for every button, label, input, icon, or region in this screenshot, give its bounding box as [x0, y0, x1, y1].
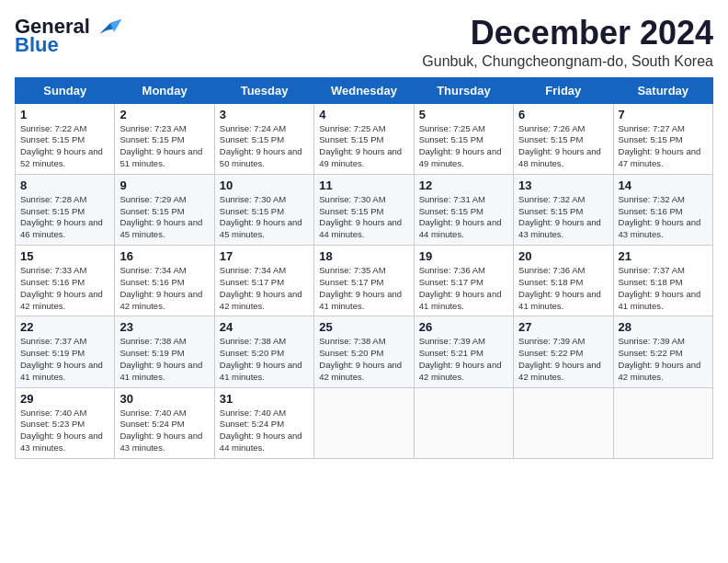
cell-text: Sunrise: 7:24 AMSunset: 5:15 PMDaylight:… [220, 123, 302, 168]
cell-text: Sunrise: 7:30 AMSunset: 5:15 PMDaylight:… [319, 194, 402, 239]
cell-text: Sunrise: 7:28 AMSunset: 5:15 PMDaylight:… [20, 194, 103, 239]
cell-text: Sunrise: 7:36 AMSunset: 5:17 PMDaylight:… [419, 265, 502, 310]
cell-text: Sunrise: 7:25 AMSunset: 5:15 PMDaylight:… [319, 123, 402, 168]
cell-text: Sunrise: 7:25 AMSunset: 5:15 PMDaylight:… [419, 123, 502, 168]
location-title: Gunbuk, Chungcheongnam-do, South Korea [422, 53, 713, 70]
calendar-week-row: 29 Sunrise: 7:40 AMSunset: 5:23 PMDaylig… [16, 387, 713, 458]
day-number: 24 [220, 320, 309, 334]
day-number: 22 [20, 320, 109, 334]
cell-text: Sunrise: 7:39 AMSunset: 5:22 PMDaylight:… [619, 336, 701, 381]
calendar-cell: 23 Sunrise: 7:38 AMSunset: 5:19 PMDaylig… [115, 316, 214, 387]
logo-blue: Blue [15, 33, 59, 57]
calendar-cell: 20 Sunrise: 7:36 AMSunset: 5:18 PMDaylig… [514, 246, 613, 316]
calendar-cell: 7 Sunrise: 7:27 AMSunset: 5:15 PMDayligh… [613, 103, 712, 174]
calendar-cell: 28 Sunrise: 7:39 AMSunset: 5:22 PMDaylig… [613, 316, 712, 387]
cell-text: Sunrise: 7:22 AMSunset: 5:15 PMDaylight:… [20, 123, 103, 168]
month-title: December 2024 [422, 15, 713, 52]
calendar-header: General Blue December 2024 Gunbuk, Chung… [15, 15, 713, 70]
day-number: 3 [220, 108, 309, 121]
calendar-cell: 11 Sunrise: 7:30 AMSunset: 5:15 PMDaylig… [314, 174, 414, 245]
day-number: 8 [20, 178, 109, 192]
calendar-cell: 1 Sunrise: 7:22 AMSunset: 5:15 PMDayligh… [16, 103, 115, 174]
cell-text: Sunrise: 7:33 AMSunset: 5:16 PMDaylight:… [20, 265, 103, 310]
calendar-week-row: 15 Sunrise: 7:33 AMSunset: 5:16 PMDaylig… [16, 246, 713, 316]
svg-marker-1 [110, 19, 121, 32]
calendar-week-row: 1 Sunrise: 7:22 AMSunset: 5:15 PMDayligh… [16, 103, 713, 174]
day-number: 30 [119, 392, 209, 406]
cell-text: Sunrise: 7:37 AMSunset: 5:19 PMDaylight:… [20, 336, 103, 381]
calendar-cell: 12 Sunrise: 7:31 AMSunset: 5:15 PMDaylig… [414, 174, 513, 245]
day-number: 19 [419, 249, 508, 263]
day-number: 28 [619, 320, 708, 334]
title-block: December 2024 Gunbuk, Chungcheongnam-do,… [422, 15, 713, 70]
day-number: 12 [419, 178, 508, 192]
weekday-header-monday: Monday [115, 77, 214, 103]
calendar-cell [314, 387, 414, 458]
cell-text: Sunrise: 7:29 AMSunset: 5:15 PMDaylight:… [119, 194, 202, 239]
calendar-week-row: 8 Sunrise: 7:28 AMSunset: 5:15 PMDayligh… [16, 174, 713, 245]
calendar-cell: 3 Sunrise: 7:24 AMSunset: 5:15 PMDayligh… [214, 103, 313, 174]
day-number: 7 [619, 108, 708, 121]
day-number: 14 [619, 178, 708, 192]
day-number: 16 [119, 249, 209, 263]
cell-text: Sunrise: 7:34 AMSunset: 5:17 PMDaylight:… [220, 265, 302, 310]
logo: General Blue [15, 15, 121, 57]
calendar-cell: 6 Sunrise: 7:26 AMSunset: 5:15 PMDayligh… [514, 103, 613, 174]
cell-text: Sunrise: 7:39 AMSunset: 5:21 PMDaylight:… [419, 336, 502, 381]
cell-text: Sunrise: 7:40 AMSunset: 5:23 PMDaylight:… [20, 408, 103, 453]
day-number: 5 [419, 108, 508, 121]
calendar-cell [414, 387, 513, 458]
day-number: 4 [319, 108, 408, 121]
calendar-cell [613, 387, 712, 458]
calendar-week-row: 22 Sunrise: 7:37 AMSunset: 5:19 PMDaylig… [16, 316, 713, 387]
cell-text: Sunrise: 7:32 AMSunset: 5:16 PMDaylight:… [619, 194, 701, 239]
cell-text: Sunrise: 7:40 AMSunset: 5:24 PMDaylight:… [220, 408, 302, 453]
day-number: 6 [518, 108, 608, 121]
day-number: 1 [20, 108, 109, 121]
cell-text: Sunrise: 7:31 AMSunset: 5:15 PMDaylight:… [419, 194, 502, 239]
day-number: 9 [119, 178, 209, 192]
cell-text: Sunrise: 7:34 AMSunset: 5:16 PMDaylight:… [119, 265, 202, 310]
cell-text: Sunrise: 7:26 AMSunset: 5:15 PMDaylight:… [518, 123, 601, 168]
calendar-cell: 31 Sunrise: 7:40 AMSunset: 5:24 PMDaylig… [214, 387, 313, 458]
calendar-cell: 21 Sunrise: 7:37 AMSunset: 5:18 PMDaylig… [613, 246, 712, 316]
day-number: 18 [319, 249, 408, 263]
weekday-header-saturday: Saturday [613, 77, 712, 103]
calendar-cell: 14 Sunrise: 7:32 AMSunset: 5:16 PMDaylig… [613, 174, 712, 245]
logo-bird-icon [92, 16, 121, 38]
day-number: 17 [220, 249, 309, 263]
cell-text: Sunrise: 7:37 AMSunset: 5:18 PMDaylight:… [619, 265, 701, 310]
day-number: 27 [518, 320, 608, 334]
weekday-header-thursday: Thursday [414, 77, 513, 103]
calendar-cell: 22 Sunrise: 7:37 AMSunset: 5:19 PMDaylig… [16, 316, 115, 387]
cell-text: Sunrise: 7:30 AMSunset: 5:15 PMDaylight:… [220, 194, 302, 239]
calendar-cell: 4 Sunrise: 7:25 AMSunset: 5:15 PMDayligh… [314, 103, 414, 174]
cell-text: Sunrise: 7:38 AMSunset: 5:20 PMDaylight:… [220, 336, 302, 381]
calendar-body: 1 Sunrise: 7:22 AMSunset: 5:15 PMDayligh… [16, 103, 713, 458]
cell-text: Sunrise: 7:36 AMSunset: 5:18 PMDaylight:… [518, 265, 601, 310]
day-number: 11 [319, 178, 408, 192]
cell-text: Sunrise: 7:32 AMSunset: 5:15 PMDaylight:… [518, 194, 601, 239]
calendar-cell: 19 Sunrise: 7:36 AMSunset: 5:17 PMDaylig… [414, 246, 513, 316]
calendar-cell: 16 Sunrise: 7:34 AMSunset: 5:16 PMDaylig… [115, 246, 214, 316]
day-number: 21 [619, 249, 708, 263]
calendar-cell: 18 Sunrise: 7:35 AMSunset: 5:17 PMDaylig… [314, 246, 414, 316]
cell-text: Sunrise: 7:23 AMSunset: 5:15 PMDaylight:… [119, 123, 202, 168]
calendar-cell: 8 Sunrise: 7:28 AMSunset: 5:15 PMDayligh… [16, 174, 115, 245]
day-number: 13 [518, 178, 608, 192]
day-number: 31 [220, 392, 309, 406]
day-number: 20 [518, 249, 608, 263]
cell-text: Sunrise: 7:38 AMSunset: 5:19 PMDaylight:… [119, 336, 202, 381]
calendar-cell: 30 Sunrise: 7:40 AMSunset: 5:24 PMDaylig… [115, 387, 214, 458]
calendar-cell: 10 Sunrise: 7:30 AMSunset: 5:15 PMDaylig… [214, 174, 313, 245]
calendar-cell: 13 Sunrise: 7:32 AMSunset: 5:15 PMDaylig… [514, 174, 613, 245]
weekday-header-wednesday: Wednesday [314, 77, 414, 103]
cell-text: Sunrise: 7:38 AMSunset: 5:20 PMDaylight:… [319, 336, 402, 381]
cell-text: Sunrise: 7:40 AMSunset: 5:24 PMDaylight:… [119, 408, 202, 453]
day-number: 26 [419, 320, 508, 334]
calendar-cell: 17 Sunrise: 7:34 AMSunset: 5:17 PMDaylig… [214, 246, 313, 316]
calendar-cell: 9 Sunrise: 7:29 AMSunset: 5:15 PMDayligh… [115, 174, 214, 245]
calendar-cell: 26 Sunrise: 7:39 AMSunset: 5:21 PMDaylig… [414, 316, 513, 387]
day-number: 2 [119, 108, 209, 121]
cell-text: Sunrise: 7:39 AMSunset: 5:22 PMDaylight:… [518, 336, 601, 381]
